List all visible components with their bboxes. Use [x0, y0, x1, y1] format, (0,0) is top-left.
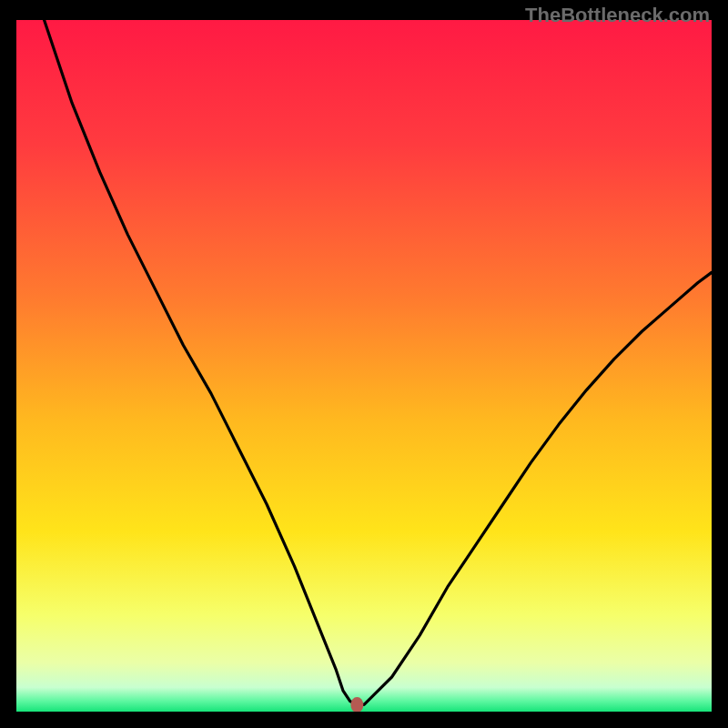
plot-area [16, 20, 712, 712]
chart-svg [16, 20, 712, 712]
watermark-text: TheBottleneck.com [525, 4, 710, 27]
chart-container: TheBottleneck.com [0, 0, 728, 728]
